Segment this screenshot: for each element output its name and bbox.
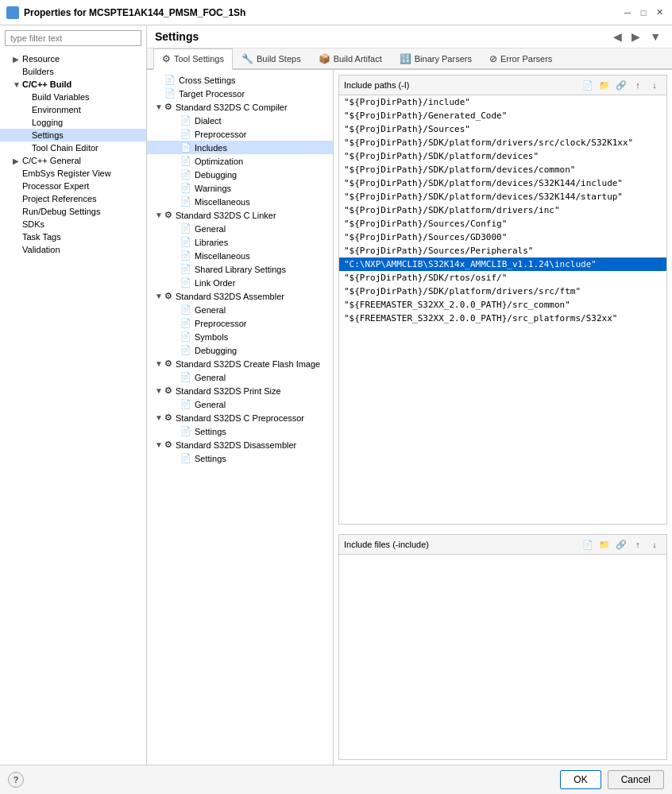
- mid-tree-item-debugging[interactable]: 📄Debugging: [147, 168, 333, 181]
- mid-tree-arrow-icon: ▼: [155, 359, 164, 368]
- left-tree-item-builders[interactable]: Builders: [0, 65, 146, 78]
- mid-tree-item-c-linker[interactable]: ▼⚙Standard S32DS C Linker: [147, 208, 333, 222]
- filter-input[interactable]: [5, 30, 141, 46]
- mid-tree-leaf-icon: 📄: [180, 399, 191, 409]
- mid-tree-item-asm-general[interactable]: 📄General: [147, 303, 333, 316]
- left-tree-item-build-variables[interactable]: Build Variables: [0, 91, 146, 103]
- mid-tree-item-preprocessor[interactable]: 📄Preprocessor: [147, 127, 333, 141]
- mid-tree-item-symbols[interactable]: 📄Symbols: [147, 330, 333, 343]
- nav-forward-button[interactable]: ▶: [628, 30, 643, 43]
- mid-tree-item-print-size-general[interactable]: 📄General: [147, 397, 333, 411]
- include-path-item[interactable]: "${ProjDirPath}/SDK/platform/devices/S32…: [339, 176, 666, 190]
- mid-tree-item-label: Standard S32DS C Preprocessor: [176, 413, 304, 423]
- include-path-item[interactable]: "${ProjDirPath}/SDK/platform/devices/S32…: [339, 190, 666, 203]
- tab-error-parsers[interactable]: ⊘Error Parsers: [481, 48, 561, 68]
- mid-tree-item-libraries[interactable]: 📄Libraries: [147, 235, 333, 249]
- mid-tree-item-label: Debugging: [195, 346, 237, 355]
- include-path-item[interactable]: "${ProjDirPath}/Sources": [339, 122, 666, 136]
- include-path-item[interactable]: "${ProjDirPath}/include": [339, 95, 666, 109]
- mid-tree-item-shared-lib[interactable]: 📄Shared Library Settings: [147, 262, 333, 276]
- minimize-button[interactable]: ─: [621, 6, 634, 19]
- include-path-item[interactable]: "${ProjDirPath}/SDK/platform/drivers/src…: [339, 285, 666, 298]
- left-tree-item-embsys[interactable]: EmbSys Register View: [0, 167, 146, 180]
- add-folder2-button[interactable]: 📁: [597, 537, 612, 552]
- mid-tree-item-flash[interactable]: ▼⚙Standard S32DS Create Flash Image: [147, 357, 333, 370]
- mid-tree-arrow-icon: ▼: [155, 211, 164, 219]
- include-path-item[interactable]: "${ProjDirPath}/SDK/platform/devices/com…: [339, 163, 666, 176]
- mid-tree-item-asm-debugging[interactable]: 📄Debugging: [147, 343, 333, 357]
- tab-label: Build Artifact: [334, 54, 382, 64]
- left-tree-item-project-references[interactable]: Project References: [0, 192, 146, 205]
- include-path-item[interactable]: "${ProjDirPath}/Sources/GD3000": [339, 230, 666, 244]
- move-down-button[interactable]: ↓: [647, 78, 662, 92]
- left-tree-item-tool-chain-editor[interactable]: Tool Chain Editor: [0, 141, 146, 154]
- include-path-item[interactable]: "${ProjDirPath}/SDK/rtos/osif/": [339, 271, 666, 285]
- mid-tree-item-target-processor[interactable]: 📄Target Processor: [147, 87, 333, 100]
- left-panel: ▶ResourceBuilders▼C/C++ BuildBuild Varia…: [0, 25, 147, 765]
- tab-build-artifact[interactable]: 📦Build Artifact: [310, 48, 391, 68]
- mid-tree-item-linker-general[interactable]: 📄General: [147, 222, 333, 235]
- left-tree-item-cpp-build[interactable]: ▼C/C++ Build: [0, 78, 146, 91]
- mid-tree-item-assembler[interactable]: ▼⚙Standard S32DS Assembler: [147, 289, 333, 303]
- left-tree-item-processor-expert[interactable]: Processor Expert: [0, 180, 146, 192]
- mid-tree-leaf-icon: 📄: [180, 115, 191, 126]
- nav-back-button[interactable]: ◀: [610, 30, 625, 43]
- tab-tool-settings[interactable]: ⚙Tool Settings: [153, 48, 233, 70]
- include-path-item[interactable]: "C:\NXP\AMMCLIB\S32K14x_AMMCLIB_v1.1.24\…: [339, 258, 666, 271]
- left-tree-item-settings[interactable]: Settings: [0, 129, 146, 141]
- mid-tree-item-c-preprocessor[interactable]: ▼⚙Standard S32DS C Preprocessor: [147, 411, 333, 424]
- move-down2-button[interactable]: ↓: [647, 537, 662, 552]
- maximize-button[interactable]: □: [637, 6, 650, 19]
- add-file-button[interactable]: 📄: [581, 78, 595, 92]
- nav-menu-button[interactable]: ▼: [647, 30, 664, 43]
- include-path-item[interactable]: "${FREEMASTER_S32XX_2.0.0_PATH}/src_comm…: [339, 298, 666, 312]
- move-up-button[interactable]: ↑: [631, 78, 645, 92]
- add-workspace-button[interactable]: 🔗: [614, 78, 628, 92]
- mid-tree-item-dialect[interactable]: 📄Dialect: [147, 114, 333, 127]
- tab-binary-parsers[interactable]: 🔢Binary Parsers: [391, 48, 481, 68]
- left-tree-item-task-tags[interactable]: Task Tags: [0, 230, 146, 243]
- mid-tree-item-cross-settings[interactable]: 📄Cross Settings: [147, 73, 333, 87]
- left-tree-item-run-debug[interactable]: Run/Debug Settings: [0, 205, 146, 218]
- include-path-item[interactable]: "${ProjDirPath}/Sources/Peripherals": [339, 244, 666, 258]
- left-tree-item-validation[interactable]: Validation: [0, 243, 146, 256]
- mid-tree-item-includes[interactable]: 📄Includes: [147, 141, 333, 154]
- mid-tree-item-asm-preprocessor[interactable]: 📄Preprocessor: [147, 316, 333, 330]
- mid-tree-item-flash-general[interactable]: 📄General: [147, 370, 333, 384]
- mid-tree-item-disassembler[interactable]: ▼⚙Standard S32DS Disassembler: [147, 438, 333, 451]
- left-tree-item-environment[interactable]: Environment: [0, 103, 146, 116]
- include-paths-header: Include paths (-I) 📄 📁 🔗 ↑ ↓: [339, 76, 666, 95]
- mid-tree-leaf-icon: 📄: [180, 196, 191, 207]
- include-paths-tools: 📄 📁 🔗 ↑ ↓: [581, 78, 662, 92]
- close-button[interactable]: ✕: [653, 6, 666, 19]
- add-folder-button[interactable]: 📁: [597, 78, 612, 92]
- include-path-item[interactable]: "${ProjDirPath}/SDK/platform/drivers/src…: [339, 136, 666, 149]
- cancel-button[interactable]: Cancel: [608, 770, 664, 789]
- include-path-item[interactable]: "${ProjDirPath}/SDK/platform/devices": [339, 149, 666, 163]
- include-path-item[interactable]: "${FREEMASTER_S32XX_2.0.0_PATH}/src_plat…: [339, 312, 666, 325]
- help-button[interactable]: ?: [8, 772, 24, 788]
- mid-tree-item-label: Includes: [195, 143, 227, 153]
- tree-item-label: EmbSys Register View: [22, 168, 111, 178]
- mid-tree-item-miscellaneous[interactable]: 📄Miscellaneous: [147, 195, 333, 208]
- add-file2-button[interactable]: 📄: [581, 537, 595, 552]
- ok-button[interactable]: OK: [560, 770, 601, 789]
- mid-tree-item-optimization[interactable]: 📄Optimization: [147, 154, 333, 168]
- left-tree-item-resource[interactable]: ▶Resource: [0, 52, 146, 65]
- mid-tree-item-linker-misc[interactable]: 📄Miscellaneous: [147, 249, 333, 262]
- left-tree-item-sdks[interactable]: SDKs: [0, 218, 146, 230]
- mid-tree-item-dis-settings[interactable]: 📄Settings: [147, 451, 333, 465]
- left-tree-item-cpp-general[interactable]: ▶C/C++ General: [0, 154, 146, 167]
- add-workspace2-button[interactable]: 🔗: [614, 537, 628, 552]
- include-path-item[interactable]: "${ProjDirPath}/Generated_Code": [339, 109, 666, 122]
- tab-build-steps[interactable]: 🔧Build Steps: [233, 48, 310, 68]
- mid-tree-item-preproc-settings[interactable]: 📄Settings: [147, 424, 333, 438]
- mid-tree-item-c-compiler[interactable]: ▼⚙Standard S32DS C Compiler: [147, 100, 333, 114]
- mid-tree-item-warnings[interactable]: 📄Warnings: [147, 181, 333, 195]
- move-up2-button[interactable]: ↑: [631, 537, 645, 552]
- mid-tree-item-link-order[interactable]: 📄Link Order: [147, 276, 333, 289]
- include-path-item[interactable]: "${ProjDirPath}/SDK/platform/drivers/inc…: [339, 203, 666, 217]
- mid-tree-item-print-size[interactable]: ▼⚙Standard S32DS Print Size: [147, 384, 333, 397]
- left-tree-item-logging[interactable]: Logging: [0, 116, 146, 129]
- include-path-item[interactable]: "${ProjDirPath}/Sources/Config": [339, 217, 666, 230]
